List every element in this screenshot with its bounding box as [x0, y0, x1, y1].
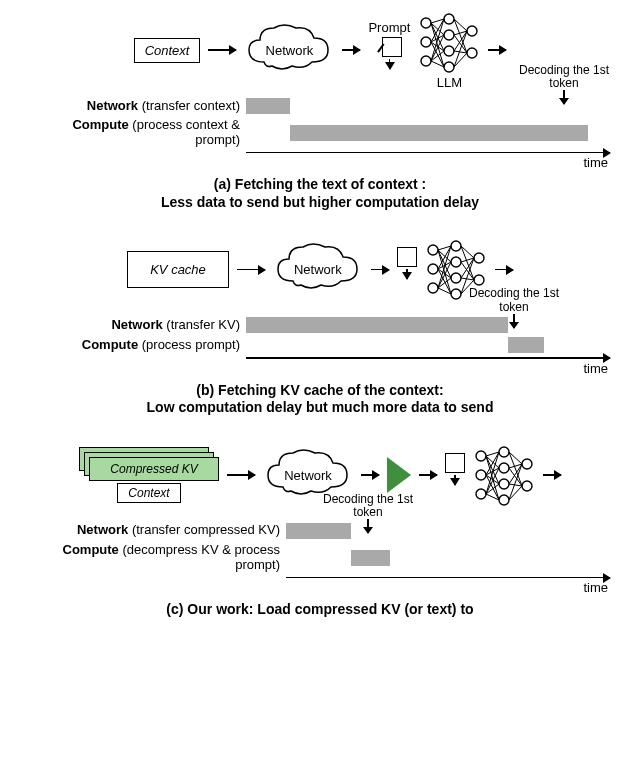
timeline-row-network: Network (transfer compressed KV): [40, 523, 610, 539]
prompt-input: [397, 247, 417, 279]
time-label: time: [40, 580, 610, 595]
llm-nn-icon: [418, 11, 480, 73]
arrow-down-icon: [389, 59, 391, 69]
row-label: Compute (decompress KV & process prompt): [40, 543, 286, 573]
network-cloud-icon: Network: [244, 22, 334, 78]
arrow-down-icon: [454, 475, 456, 485]
compressed-kv-layer: Compressed KV: [89, 457, 219, 481]
prompt-label: Prompt: [368, 20, 410, 35]
row-label: Compute (process context & prompt): [40, 118, 246, 148]
row-label: Network (transfer context): [40, 99, 246, 114]
time-axis: [246, 357, 610, 359]
caption-c: (c) Our work: Load compressed KV (or tex…: [10, 601, 630, 619]
arrow-icon: [237, 269, 265, 271]
arrow-icon: [495, 269, 513, 271]
arrow-icon: [543, 474, 561, 476]
decompressor-icon: [387, 457, 411, 493]
timeline-a: Decoding the 1st token Network (transfer…: [40, 98, 610, 170]
llm-label: LLM: [437, 75, 462, 90]
panel-c: Compressed KV Context Network Decoding t…: [10, 435, 630, 619]
compressed-kv-stack: Compressed KV Context: [79, 447, 219, 503]
arrow-icon: [208, 49, 236, 51]
network-bar: [286, 523, 351, 539]
arrow-icon: [371, 269, 389, 271]
prompt-box-icon: [382, 37, 402, 57]
time-axis: [286, 577, 610, 579]
llm-nn-icon: [473, 444, 535, 506]
row-label: Network (transfer KV): [40, 318, 246, 333]
prompt-box-icon: [445, 453, 465, 473]
arrow-icon: [361, 474, 379, 476]
row-label: Network (transfer compressed KV): [40, 523, 286, 538]
network-bar: [246, 317, 508, 333]
arrow-icon: [342, 49, 360, 51]
arrow-icon: [488, 49, 506, 51]
time-label: time: [40, 361, 610, 376]
timeline-b: Decoding the 1st token Network (transfer…: [40, 317, 610, 376]
network-label: Network: [284, 467, 332, 482]
context-box: Context: [134, 38, 201, 63]
panel-a: Context Network Prompt LLM Decoding the …: [10, 10, 630, 211]
caption-a: (a) Fetching the text of context :Less d…: [10, 176, 630, 211]
caption-b: (b) Fetching KV cache of the context:Low…: [10, 382, 630, 417]
panel-b: KV cache Network Decoding the 1st token …: [10, 229, 630, 417]
timeline-row-network: Network (transfer KV): [40, 317, 610, 333]
arrow-icon: [227, 474, 255, 476]
timeline-row-network: Network (transfer context): [40, 98, 610, 114]
arrow-down-icon: [406, 269, 408, 279]
kvcache-box: KV cache: [127, 251, 229, 288]
time-label: time: [40, 155, 610, 170]
context-box: Context: [117, 483, 180, 503]
prompt-input: [445, 453, 465, 485]
row-label: Compute (process prompt): [40, 338, 246, 353]
timeline-c: Decoding the 1st token Network (transfer…: [40, 523, 610, 595]
prompt-box-icon: [397, 247, 417, 267]
timeline-row-compute: Compute (decompress KV & process prompt): [40, 543, 610, 573]
timeline-row-compute: Compute (process prompt): [40, 337, 610, 353]
network-cloud-icon: Network: [273, 241, 363, 297]
timeline-row-compute: Compute (process context & prompt): [40, 118, 610, 148]
prompt-input: Prompt: [368, 20, 410, 69]
network-label: Network: [266, 43, 314, 58]
arrow-icon: [419, 474, 437, 476]
time-axis: [246, 152, 610, 154]
network-label: Network: [294, 262, 342, 277]
compute-bar: [290, 125, 588, 141]
compute-bar: [351, 550, 390, 566]
compute-bar: [508, 337, 544, 353]
network-bar: [246, 98, 290, 114]
